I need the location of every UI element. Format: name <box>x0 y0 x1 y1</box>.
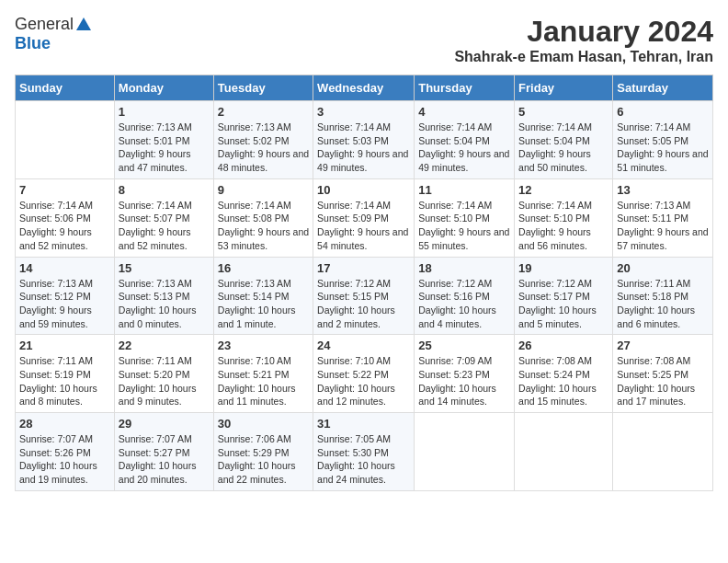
header-saturday: Saturday <box>613 75 713 101</box>
cell-4-2: 30Sunrise: 7:06 AMSunset: 5:29 PMDayligh… <box>213 413 313 491</box>
day-info-14: Sunrise: 7:13 AMSunset: 5:12 PMDaylight:… <box>19 277 110 331</box>
day-info-19: Sunrise: 7:12 AMSunset: 5:17 PMDaylight:… <box>518 277 609 331</box>
day-number-20: 20 <box>617 261 709 275</box>
calendar-table: Sunday Monday Tuesday Wednesday Thursday… <box>15 75 713 491</box>
cell-3-5: 26Sunrise: 7:08 AMSunset: 5:24 PMDayligh… <box>515 335 613 413</box>
day-info-28: Sunrise: 7:07 AMSunset: 5:26 PMDaylight:… <box>19 432 110 487</box>
day-number-8: 8 <box>119 183 210 197</box>
header-row: Sunday Monday Tuesday Wednesday Thursday… <box>16 75 713 101</box>
day-number-29: 29 <box>119 417 210 431</box>
day-info-21: Sunrise: 7:11 AMSunset: 5:19 PMDaylight:… <box>19 354 110 408</box>
cell-4-1: 29Sunrise: 7:07 AMSunset: 5:27 PMDayligh… <box>114 413 213 491</box>
cell-2-2: 16Sunrise: 7:13 AMSunset: 5:14 PMDayligh… <box>213 257 313 335</box>
calendar-header: Sunday Monday Tuesday Wednesday Thursday… <box>16 75 713 101</box>
week-row-4: 28Sunrise: 7:07 AMSunset: 5:26 PMDayligh… <box>16 413 713 491</box>
day-info-31: Sunrise: 7:05 AMSunset: 5:30 PMDaylight:… <box>317 432 410 487</box>
cell-2-6: 20Sunrise: 7:11 AMSunset: 5:18 PMDayligh… <box>613 257 713 335</box>
day-number-30: 30 <box>218 417 309 431</box>
day-info-30: Sunrise: 7:06 AMSunset: 5:29 PMDaylight:… <box>218 432 309 487</box>
header-sunday: Sunday <box>16 75 115 101</box>
cell-2-3: 17Sunrise: 7:12 AMSunset: 5:15 PMDayligh… <box>313 257 415 335</box>
calendar-body: 1Sunrise: 7:13 AMSunset: 5:01 PMDaylight… <box>16 101 713 491</box>
day-info-22: Sunrise: 7:11 AMSunset: 5:20 PMDaylight:… <box>119 354 210 408</box>
cell-4-3: 31Sunrise: 7:05 AMSunset: 5:30 PMDayligh… <box>313 413 415 491</box>
cell-1-0: 7Sunrise: 7:14 AMSunset: 5:06 PMDaylight… <box>16 178 115 257</box>
cell-4-4 <box>415 413 515 491</box>
day-number-11: 11 <box>418 183 510 197</box>
day-number-15: 15 <box>119 261 210 275</box>
day-info-4: Sunrise: 7:14 AMSunset: 5:04 PMDaylight:… <box>418 121 510 175</box>
week-row-3: 21Sunrise: 7:11 AMSunset: 5:19 PMDayligh… <box>16 335 713 413</box>
location-subtitle: Shahrak-e Emam Hasan, Tehran, Iran <box>454 49 713 65</box>
day-number-3: 3 <box>317 105 410 119</box>
logo-blue-text: Blue <box>15 34 51 52</box>
day-info-2: Sunrise: 7:13 AMSunset: 5:02 PMDaylight:… <box>218 121 309 175</box>
day-number-24: 24 <box>317 339 410 352</box>
day-info-18: Sunrise: 7:12 AMSunset: 5:16 PMDaylight:… <box>418 277 510 331</box>
day-number-23: 23 <box>218 339 309 352</box>
logo-icon <box>75 16 92 36</box>
cell-0-3: 3Sunrise: 7:14 AMSunset: 5:03 PMDaylight… <box>313 101 415 179</box>
day-info-3: Sunrise: 7:14 AMSunset: 5:03 PMDaylight:… <box>317 121 410 175</box>
cell-2-5: 19Sunrise: 7:12 AMSunset: 5:17 PMDayligh… <box>515 257 613 335</box>
day-info-27: Sunrise: 7:08 AMSunset: 5:25 PMDaylight:… <box>617 354 709 408</box>
svg-marker-0 <box>76 17 91 30</box>
day-number-25: 25 <box>418 339 510 352</box>
day-number-2: 2 <box>218 105 309 119</box>
cell-1-4: 11Sunrise: 7:14 AMSunset: 5:10 PMDayligh… <box>415 178 515 257</box>
cell-2-1: 15Sunrise: 7:13 AMSunset: 5:13 PMDayligh… <box>114 257 213 335</box>
day-number-5: 5 <box>518 105 609 119</box>
day-info-9: Sunrise: 7:14 AMSunset: 5:08 PMDaylight:… <box>218 199 309 253</box>
day-number-31: 31 <box>317 417 410 431</box>
week-row-0: 1Sunrise: 7:13 AMSunset: 5:01 PMDaylight… <box>16 101 713 179</box>
cell-3-3: 24Sunrise: 7:10 AMSunset: 5:22 PMDayligh… <box>313 335 415 413</box>
day-info-10: Sunrise: 7:14 AMSunset: 5:09 PMDaylight:… <box>317 199 410 253</box>
cell-3-0: 21Sunrise: 7:11 AMSunset: 5:19 PMDayligh… <box>16 335 115 413</box>
header-thursday: Thursday <box>415 75 515 101</box>
day-number-27: 27 <box>617 339 709 352</box>
day-info-20: Sunrise: 7:11 AMSunset: 5:18 PMDaylight:… <box>617 277 709 331</box>
logo: General Blue <box>15 15 92 53</box>
day-number-9: 9 <box>218 183 309 197</box>
cell-1-5: 12Sunrise: 7:14 AMSunset: 5:10 PMDayligh… <box>515 178 613 257</box>
header-tuesday: Tuesday <box>213 75 313 101</box>
day-number-12: 12 <box>518 183 609 197</box>
day-number-18: 18 <box>418 261 510 275</box>
day-info-16: Sunrise: 7:13 AMSunset: 5:14 PMDaylight:… <box>218 277 309 331</box>
day-number-13: 13 <box>617 183 709 197</box>
header-friday: Friday <box>515 75 613 101</box>
cell-4-6 <box>613 413 713 491</box>
header: General Blue January 2024 Shahrak-e Emam… <box>15 15 713 65</box>
cell-0-1: 1Sunrise: 7:13 AMSunset: 5:01 PMDaylight… <box>114 101 213 179</box>
day-number-28: 28 <box>19 417 110 431</box>
day-info-12: Sunrise: 7:14 AMSunset: 5:10 PMDaylight:… <box>518 199 609 253</box>
cell-2-0: 14Sunrise: 7:13 AMSunset: 5:12 PMDayligh… <box>16 257 115 335</box>
logo-general-text: General <box>15 15 74 34</box>
day-number-19: 19 <box>518 261 609 275</box>
cell-0-0 <box>16 101 115 179</box>
day-number-21: 21 <box>19 339 110 352</box>
day-number-7: 7 <box>19 183 110 197</box>
day-info-23: Sunrise: 7:10 AMSunset: 5:21 PMDaylight:… <box>218 354 309 408</box>
cell-3-1: 22Sunrise: 7:11 AMSunset: 5:20 PMDayligh… <box>114 335 213 413</box>
day-info-11: Sunrise: 7:14 AMSunset: 5:10 PMDaylight:… <box>418 199 510 253</box>
month-title: January 2024 <box>454 15 713 49</box>
day-number-22: 22 <box>119 339 210 352</box>
day-info-13: Sunrise: 7:13 AMSunset: 5:11 PMDaylight:… <box>617 199 709 253</box>
day-info-15: Sunrise: 7:13 AMSunset: 5:13 PMDaylight:… <box>119 277 210 331</box>
day-number-6: 6 <box>617 105 709 119</box>
cell-3-4: 25Sunrise: 7:09 AMSunset: 5:23 PMDayligh… <box>415 335 515 413</box>
cell-0-2: 2Sunrise: 7:13 AMSunset: 5:02 PMDaylight… <box>213 101 313 179</box>
day-number-17: 17 <box>317 261 410 275</box>
day-info-25: Sunrise: 7:09 AMSunset: 5:23 PMDaylight:… <box>418 354 510 408</box>
day-info-6: Sunrise: 7:14 AMSunset: 5:05 PMDaylight:… <box>617 121 709 175</box>
day-info-24: Sunrise: 7:10 AMSunset: 5:22 PMDaylight:… <box>317 354 410 408</box>
cell-1-2: 9Sunrise: 7:14 AMSunset: 5:08 PMDaylight… <box>213 178 313 257</box>
cell-3-6: 27Sunrise: 7:08 AMSunset: 5:25 PMDayligh… <box>613 335 713 413</box>
cell-4-0: 28Sunrise: 7:07 AMSunset: 5:26 PMDayligh… <box>16 413 115 491</box>
day-number-16: 16 <box>218 261 309 275</box>
title-section: January 2024 Shahrak-e Emam Hasan, Tehra… <box>454 15 713 65</box>
cell-1-6: 13Sunrise: 7:13 AMSunset: 5:11 PMDayligh… <box>613 178 713 257</box>
week-row-1: 7Sunrise: 7:14 AMSunset: 5:06 PMDaylight… <box>16 178 713 257</box>
day-number-10: 10 <box>317 183 410 197</box>
